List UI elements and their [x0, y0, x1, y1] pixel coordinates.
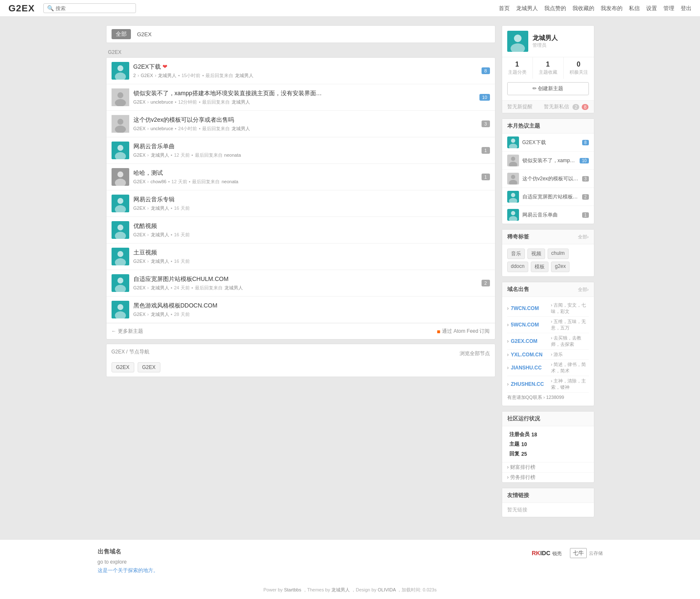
nav-published[interactable]: 我发布的 — [601, 5, 623, 12]
author-link[interactable]: 龙城男人 — [151, 258, 169, 265]
reply-count: 1 — [482, 147, 490, 154]
tab-all[interactable]: 全部 — [112, 29, 131, 39]
thread-link[interactable]: G2EX下载 ❤ — [133, 63, 168, 70]
category-link[interactable]: G2EX — [133, 126, 146, 131]
tag-item[interactable]: chulm — [548, 249, 569, 259]
tag-item[interactable]: 模板 — [531, 262, 548, 272]
designer-link[interactable]: OLIVIDA — [378, 587, 396, 592]
tags-card: 稀奇标签 全部› 音乐 视频 chulm ddocn 模板 g2ex — [502, 229, 594, 277]
browse-all-nodes-link[interactable]: 浏览全部节点 — [460, 350, 490, 357]
main-nav: 首页 龙城男人 我点赞的 我收藏的 我发布的 私信 设置 管理 登出 — [499, 5, 692, 12]
hot-reply-badge: 3 — [582, 176, 589, 182]
board-link[interactable]: 2 — [133, 73, 136, 78]
author-link[interactable]: chow86 — [151, 179, 167, 184]
search-input[interactable] — [56, 5, 131, 11]
last-reply-user[interactable]: neonata — [221, 179, 238, 184]
thread-link[interactable]: 锁似安装不了，xampp搭建本地环境安装直接跳主页面，没有安装界面… — [133, 90, 322, 96]
author-link[interactable]: unclebruce — [151, 126, 173, 131]
stat-replies: 回复25 — [507, 449, 589, 459]
category-link[interactable]: G2EX — [133, 312, 146, 317]
tags-title: 稀奇标签 全部› — [502, 230, 594, 244]
last-reply-label: 最后回复来自 — [202, 126, 230, 132]
thread-link[interactable]: 土豆视频 — [133, 249, 157, 256]
nav-message[interactable]: 私信 — [629, 5, 640, 12]
rss-icon: ■ — [437, 328, 440, 335]
tag-item[interactable]: ddocn — [507, 262, 529, 272]
thread-link[interactable]: 网易云音乐专辑 — [133, 196, 175, 203]
stat-label: 主题分类 — [504, 69, 530, 75]
domain-contact: 有意请加QQ联系 › 1238099 — [507, 394, 564, 401]
last-reply-label: 最后回复来自 — [195, 152, 223, 158]
list-item[interactable]: G2EX — [138, 362, 160, 372]
stats-list: 注册会员18 主题10 回复25 — [502, 426, 594, 462]
category-link[interactable]: G2EX — [141, 73, 153, 78]
tag-item[interactable]: 音乐 — [507, 249, 525, 259]
atom-feed-link[interactable]: ■ 通过 Atom Feed 订阅 — [437, 328, 490, 335]
stat-num: 1 — [504, 61, 530, 68]
stat-topics-collected: 1 主题收藏 — [533, 57, 564, 79]
thread-link[interactable]: 网易云音乐单曲 — [133, 143, 175, 150]
last-reply-user[interactable]: neonata — [224, 152, 241, 158]
more-threads-link[interactable]: ← 更多新主题 — [112, 328, 143, 335]
thread-link[interactable]: 这个仿v2ex的模板可以分享或者出售吗 — [133, 116, 234, 123]
list-item: 网易云音乐单曲 1 — [502, 206, 594, 224]
category-link[interactable]: G2EX — [133, 285, 146, 290]
svg-point-19 — [117, 225, 123, 230]
thread-link[interactable]: 黑色游戏风格模板DDOCN.COM — [133, 302, 218, 309]
svg-point-43 — [511, 193, 515, 197]
thread-content: G2EX下载 ❤ 2 › G2EX › 龙城男人 • 15小时前 • 最后回复来… — [133, 63, 477, 79]
category-link[interactable]: G2EX — [133, 152, 146, 158]
rkidc-brand: RKIDC 锐壳 — [532, 550, 561, 557]
last-reply-user[interactable]: 龙城男人 — [224, 285, 243, 291]
author-link[interactable]: 龙城男人 — [151, 205, 169, 211]
create-topic-button[interactable]: ✏ 创建新主题 — [507, 82, 589, 95]
category-link[interactable]: G2EX — [133, 99, 146, 104]
tag-item[interactable]: 视频 — [527, 249, 545, 259]
tab-g2ex[interactable]: G2EX — [137, 31, 152, 37]
nav-user[interactable]: 龙城男人 — [516, 5, 538, 12]
footer-desc: 这是一个关于探索的地方。 — [98, 567, 158, 574]
last-reply-user[interactable]: 龙城男人 — [232, 126, 250, 132]
category-link[interactable]: G2EX — [133, 206, 146, 211]
site-logo[interactable]: G2EX — [8, 3, 35, 14]
no-notice-label: 暂无新提醒 — [507, 103, 532, 110]
author-link[interactable]: unclebruce — [151, 99, 173, 104]
author-link[interactable]: 龙城男人 — [158, 72, 176, 79]
nav-admin[interactable]: 管理 — [663, 5, 674, 12]
hot-threads-title: 本月热议主题 — [502, 119, 594, 134]
footer-content: 出售域名 go to explore 这是一个关于探索的地方。 RKIDC 锐壳… — [98, 548, 603, 574]
nav-collected[interactable]: 我收藏的 — [572, 5, 594, 12]
startbbs-link[interactable]: Startbbs — [284, 587, 301, 592]
thread-meta: G2EX › 龙城男人 • 16 天前 — [133, 205, 490, 211]
domains-more-link[interactable]: 全部› — [578, 286, 589, 293]
thread-link[interactable]: 优酷视频 — [133, 222, 157, 229]
footer-tagline: go to explore — [98, 559, 158, 565]
author-link[interactable]: 龙城男人 — [331, 587, 350, 592]
thread-link[interactable]: 自适应宽屏图片站模板CHULM.COM — [133, 275, 229, 282]
tag-item[interactable]: g2ex — [551, 262, 570, 272]
labor-rank-link[interactable]: › 劳务排行榜 — [502, 472, 594, 482]
author-link[interactable]: 龙城男人 — [151, 152, 169, 158]
nav-settings[interactable]: 设置 — [646, 5, 657, 12]
user-avatar — [507, 31, 528, 52]
wealth-rank-link[interactable]: › 财富排行榜 — [502, 462, 594, 472]
domain-name: ZHUSHEN.CC — [511, 381, 549, 387]
author-link[interactable]: 龙城男人 — [151, 232, 169, 238]
list-item: 自适应宽屏图片站模板CHULM.COM 2 — [502, 188, 594, 206]
thread-link[interactable]: 哈哈，测试 — [133, 169, 163, 176]
list-item[interactable]: G2EX — [112, 362, 134, 372]
page-container: 全部 G2EX G2EX G2EX下载 ❤ 2 › G2EX — [98, 17, 603, 531]
list-item: 有意请加QQ联系 › 1238099 — [507, 393, 589, 402]
category-link[interactable]: G2EX — [133, 259, 146, 264]
last-reply-user[interactable]: 龙城男人 — [235, 72, 253, 79]
last-reply-user[interactable]: 龙城男人 — [232, 99, 250, 105]
author-link[interactable]: 龙城男人 — [151, 311, 169, 318]
category-link[interactable]: G2EX — [133, 232, 146, 237]
nav-home[interactable]: 首页 — [499, 5, 510, 12]
author-link[interactable]: 龙城男人 — [151, 285, 169, 291]
nav-logout[interactable]: 登出 — [681, 5, 692, 12]
tags-more-link[interactable]: 全部› — [578, 234, 589, 240]
thread-content: 锁似安装不了，xampp搭建本地环境安装直接跳主页面，没有安装界面… G2EX … — [133, 90, 476, 105]
nav-liked[interactable]: 我点赞的 — [544, 5, 566, 12]
category-link[interactable]: G2EX — [133, 179, 146, 184]
